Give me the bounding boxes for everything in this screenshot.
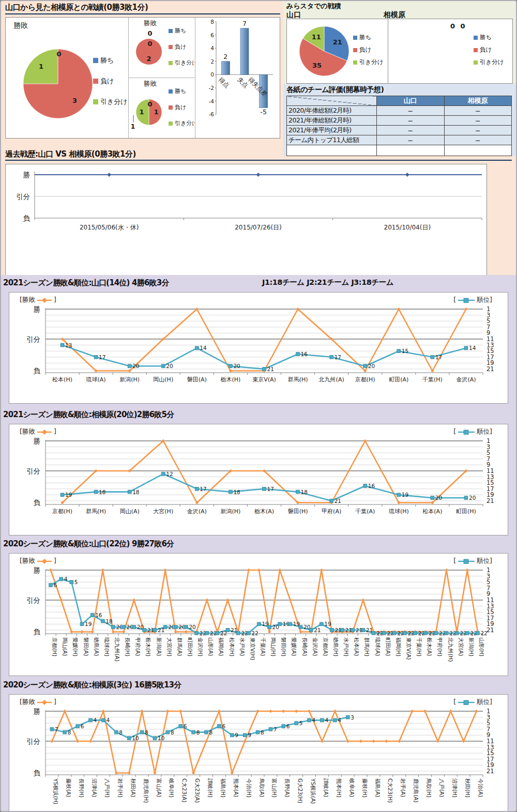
svg-text:21: 21	[486, 768, 494, 775]
svg-text:福島(A): 福島(A)	[375, 778, 381, 797]
svg-text:5: 5	[299, 720, 303, 726]
svg-text:0: 0	[56, 50, 61, 58]
ratings-section: 各紙のチーム評価(開幕時予想) 山口相模原2020/年俸総額(2月時)−−202…	[283, 84, 516, 156]
svg-text:群馬(H): 群馬(H)	[364, 637, 370, 656]
season-2020-yamaguchi-section: 2020シーズン勝敗&順位:山口(22位) 9勝27敗6分 [勝敗] [順位] …	[1, 536, 516, 677]
svg-text:岡山(A): 岡山(A)	[62, 637, 68, 656]
ratings-value: −	[377, 126, 445, 135]
ratings-table: 山口相模原2020/年俸総額(2月時)−−2021/年俸総額(2月時)−−202…	[286, 96, 512, 156]
ratings-value: −	[444, 116, 512, 126]
svg-text:福岡(H): 福岡(H)	[396, 637, 402, 656]
svg-text:-2: -2	[208, 85, 214, 91]
svg-text:失点: 失点	[236, 76, 249, 89]
svg-text:東京V(H): 東京V(H)	[250, 637, 256, 660]
svg-text:勝敗: 勝敗	[13, 21, 28, 29]
svg-text:16: 16	[301, 351, 308, 357]
svg-text:2015/07/26(日): 2015/07/26(日)	[235, 224, 282, 231]
svg-text:21: 21	[334, 498, 341, 504]
svg-text:金沢(A): 金沢(A)	[187, 508, 207, 515]
svg-text:勝: 勝	[34, 437, 41, 445]
season-line-chart: 1357911131517192113172020142021161720151…	[11, 305, 506, 401]
result-legend: [勝敗]	[20, 296, 56, 304]
svg-text:長崎(A): 長崎(A)	[302, 637, 308, 656]
svg-text:6: 6	[222, 723, 225, 729]
svg-text:21: 21	[486, 626, 494, 634]
season-header: 2021シーズン勝敗&順位:山口(14位) 4勝6敗3分 J1:18チーム J2…	[1, 275, 516, 291]
svg-text:19: 19	[85, 621, 92, 627]
rank-line-icon	[458, 700, 475, 705]
head-to-head-title: 山口から見た相模原との戦績(0勝3敗1分)	[5, 3, 280, 14]
ratings-value: −	[444, 126, 512, 135]
svg-text:-4: -4	[208, 98, 214, 104]
svg-text:負け: 負け	[100, 77, 114, 85]
svg-text:熊本(A): 熊本(A)	[233, 778, 239, 797]
ratings-row-label: チーム内トップ11人総額	[287, 135, 377, 145]
svg-text:熊本(H): 熊本(H)	[336, 778, 342, 798]
ratings-row: 2021/年俸総額(2月時)−−	[287, 116, 512, 126]
svg-text:富山(H): 富山(H)	[271, 778, 278, 798]
svg-text:17: 17	[334, 354, 341, 360]
svg-text:2: 2	[223, 53, 227, 60]
svg-text:町田(H): 町田(H)	[456, 508, 476, 515]
svg-text:8: 8	[196, 729, 200, 736]
svg-text:岡山(A): 岡山(A)	[120, 508, 140, 515]
season-chart-panel: [勝敗] [順位] 135791113151719211317202014202…	[9, 292, 508, 404]
ratings-row: チーム内トップ11人総額−−	[287, 135, 512, 145]
ratings-team-header: 山口	[377, 96, 445, 106]
svg-text:今治(A): 今治(A)	[478, 778, 484, 797]
ratings-corner-cell	[287, 96, 377, 106]
svg-text:千葉(A): 千葉(A)	[260, 637, 266, 656]
svg-text:新潟(H): 新潟(H)	[119, 376, 140, 383]
rank-legend: [順位]	[453, 427, 492, 436]
ratings-value: −	[377, 106, 445, 116]
svg-text:20: 20	[233, 363, 240, 369]
result-legend: [勝敗]	[20, 427, 56, 436]
svg-text:18: 18	[301, 489, 308, 495]
svg-text:8: 8	[261, 729, 264, 736]
svg-text:磐田(H): 磐田(H)	[281, 637, 287, 656]
svg-text:勝: 勝	[34, 566, 41, 574]
svg-text:町田(H): 町田(H)	[187, 637, 193, 656]
svg-text:町田(A): 町田(A)	[389, 376, 408, 383]
svg-text:甲府(A): 甲府(A)	[322, 508, 341, 515]
svg-text:10: 10	[158, 735, 164, 741]
svg-text:松本(A): 松本(A)	[354, 637, 360, 656]
svg-text:20: 20	[469, 495, 476, 501]
svg-text:8: 8	[209, 729, 213, 736]
svg-text:4: 4	[106, 717, 110, 723]
svg-text:勝: 勝	[23, 171, 31, 179]
svg-text:2: 2	[146, 55, 151, 63]
record-pie-small-2-panel: 勝敗0111勝ち負け引き分け	[129, 78, 195, 138]
ratings-value: −	[444, 135, 512, 145]
result-legend-close: ]	[54, 557, 56, 564]
dashboard-page: 山口から見た相模原との戦績(0勝3敗1分) 勝敗031勝ち負け引き分け 勝敗02…	[0, 0, 517, 812]
mirasuta-pie-right-panel: 0 0 勝ち負け引き分け	[388, 19, 516, 83]
svg-text:1: 1	[139, 108, 144, 116]
season-title: 2020シーズン勝敗&順位:相模原(3位) 16勝5敗13分	[3, 680, 181, 690]
league-team-counts: J1:18チーム J2:21チーム J3:18チーム	[262, 278, 393, 287]
season-line-chart: 1357911131517192178644810810868869987654…	[11, 707, 506, 812]
ratings-empty-row	[287, 145, 512, 156]
record-pie-small-1: 勝敗020勝ち負け引き分け	[129, 18, 195, 76]
result-line-icon	[37, 700, 52, 705]
svg-text:岐阜(A): 岐阜(A)	[349, 778, 355, 797]
top-right-column: みらスタでの戦積 山口 相模原 213511勝ち負け引き分け 0 0 勝ち負け引…	[283, 1, 516, 148]
svg-text:新潟(A): 新潟(A)	[156, 637, 162, 656]
history-line-chart: 勝引分負2015/05/06(水・休)2015/07/26(日)2015/10/…	[6, 164, 486, 274]
svg-text:6: 6	[184, 723, 187, 729]
svg-text:岩手(H): 岩手(H)	[117, 778, 124, 798]
svg-text:水戸(H): 水戸(H)	[343, 637, 349, 656]
svg-text:山形(A): 山形(A)	[208, 637, 214, 656]
record-pie-large-panel: 勝敗031勝ち負け引き分け	[6, 18, 129, 138]
ratings-row-label: 2020/年俸総額(2月時)	[287, 106, 377, 116]
history-chart-panel: 勝引分負2015/05/06(水・休)2015/07/26(日)2015/10/…	[5, 164, 487, 275]
svg-text:20: 20	[435, 495, 442, 501]
result-line-icon	[37, 298, 52, 303]
svg-text:20: 20	[189, 624, 195, 630]
svg-text:12: 12	[166, 471, 173, 477]
svg-text:長崎(H): 長崎(H)	[125, 637, 131, 656]
svg-text:大宮(A): 大宮(A)	[458, 637, 464, 656]
svg-text:18: 18	[233, 489, 240, 495]
svg-text:勝敗: 勝敗	[144, 80, 157, 87]
rank-legend: [順位]	[453, 698, 492, 707]
